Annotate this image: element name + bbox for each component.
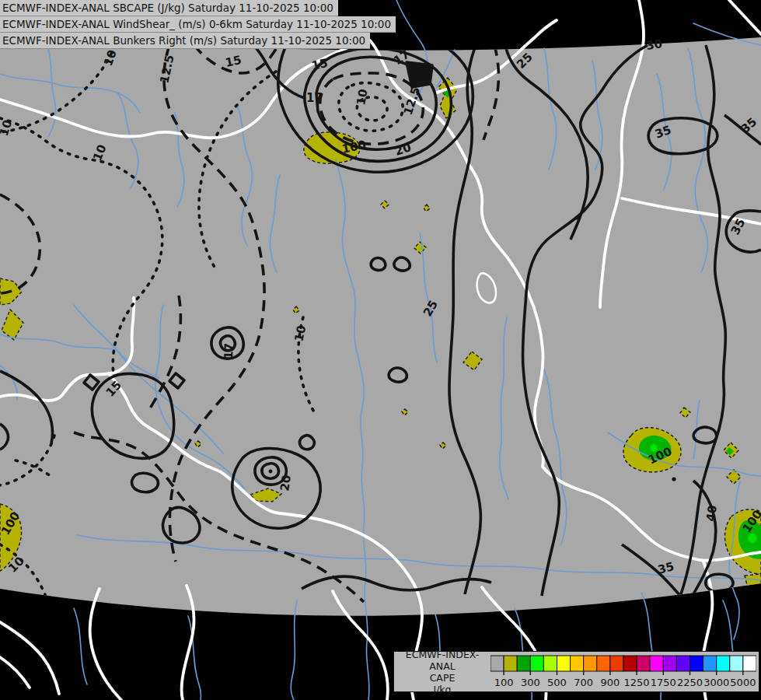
colorbar-tick-label: 3000: [703, 677, 729, 688]
legend-title-block: ECMWF-INDEX-ANAL CAPE J/kg: [394, 649, 490, 695]
legend-parameter: CAPE: [394, 672, 490, 684]
colorbar-tick-label: 5000: [730, 677, 756, 688]
weather-map-screen: 1012.5151517171012.520100253035353510101…: [0, 0, 761, 700]
colorbar-cell: [703, 656, 717, 671]
contour-label: 17: [222, 343, 236, 359]
colorbar-tick-label: 700: [574, 677, 593, 688]
colorbar-cell: [623, 656, 637, 671]
colorbar-cell: [530, 656, 543, 671]
colorbar-tick-label: 500: [547, 677, 567, 688]
colorbar-tick-label: 1250: [624, 677, 650, 688]
title-bunkers-right: ECMWF-INDEX-ANAL Bunkers Right (m/s) Sat…: [0, 33, 370, 49]
colorbar-cell: [663, 656, 676, 671]
colorbar-cell: [597, 656, 610, 671]
colorbar-tick-label: 2250: [677, 677, 703, 688]
title-block: ECMWF-INDEX-ANAL SBCAPE (J/kg) Saturday …: [0, 0, 396, 49]
colorbar-cell: [504, 656, 517, 671]
contour-label: 10: [354, 88, 370, 107]
colorbar-cell: [717, 656, 730, 671]
legend-units: J/kg: [394, 684, 490, 695]
contour-label: 40: [703, 504, 720, 522]
colorbar-cell: [557, 656, 571, 671]
colorbar-cell: [490, 656, 504, 671]
colorbar-tick-label: 900: [600, 677, 620, 688]
colorbar-cell: [743, 656, 756, 671]
colorbar-cell: [571, 656, 584, 671]
colorbar-cell: [690, 656, 703, 671]
legend-box: ECMWF-INDEX-ANAL CAPE J/kg 1003005007009…: [393, 651, 759, 692]
colorbar-tick-label: 100: [494, 677, 514, 688]
contour-label: 20: [278, 474, 294, 492]
colorbar-tick-label: 1750: [651, 677, 676, 688]
colorbar: 10030050070090012501750225030005000: [490, 655, 756, 689]
title-sbcape: ECMWF-INDEX-ANAL SBCAPE (J/kg) Saturday …: [0, 0, 338, 16]
model-domain: [0, 31, 761, 616]
legend-model-name: ECMWF-INDEX-ANAL: [394, 649, 490, 672]
colorbar-cell: [543, 656, 557, 671]
colorbar-cell: [730, 656, 743, 671]
colorbar-cell: [610, 656, 623, 671]
contour-label: 30: [645, 37, 663, 53]
title-windshear: ECMWF-INDEX-ANAL WindShear_ (m/s) 0-6km …: [0, 16, 396, 33]
colorbar-cell: [650, 656, 663, 671]
colorbar-tick-label: 300: [521, 677, 540, 688]
colorbar-cell: [637, 656, 650, 671]
colorbar-cell: [676, 656, 689, 671]
colorbar-cell: [584, 656, 597, 671]
contour-label: 17: [306, 91, 323, 105]
map-canvas: 1012.5151517171012.520100253035353510101…: [0, 0, 761, 700]
colorbar-cell: [517, 656, 530, 671]
